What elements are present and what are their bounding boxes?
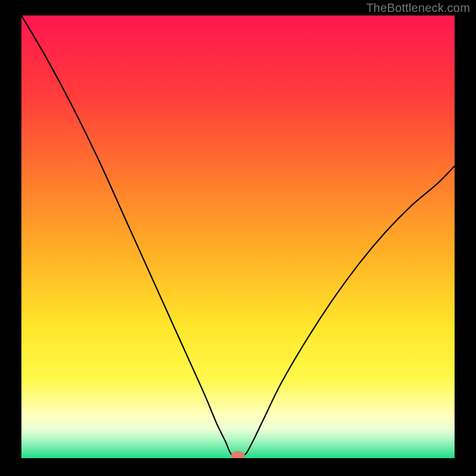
gradient-background [21,15,455,458]
plot-area [21,15,455,458]
chart-frame: TheBottleneck.com [0,0,476,476]
attribution-text: TheBottleneck.com [366,1,470,15]
bottleneck-chart [21,15,455,458]
